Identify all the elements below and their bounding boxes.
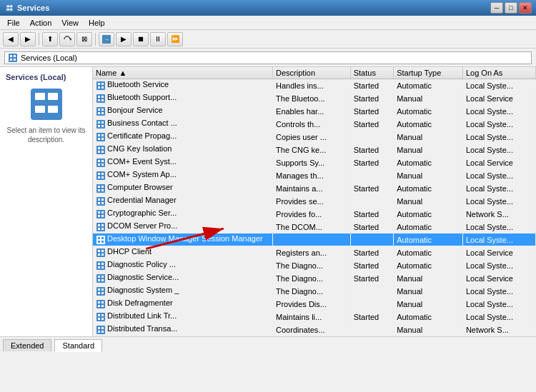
table-row[interactable]: Bluetooth ServiceHandles ins...StartedAu… bbox=[93, 79, 536, 92]
address-bar: Services (Local) bbox=[0, 49, 536, 67]
service-name: Diagnostic Service... bbox=[93, 272, 273, 285]
table-row[interactable]: Diagnostic System _The Diagno...ManualLo… bbox=[93, 285, 536, 298]
table-row[interactable]: Diagnostic Service...The Diagno...Starte… bbox=[93, 272, 536, 285]
tab-standard[interactable]: Standard bbox=[54, 339, 102, 352]
minimize-button[interactable]: ─ bbox=[490, 2, 503, 14]
back-button[interactable]: ◀ bbox=[3, 32, 19, 46]
table-row[interactable]: Diagnostic Policy ...The Diagno...Starte… bbox=[93, 259, 536, 272]
svg-rect-9 bbox=[10, 55, 12, 57]
service-logon: Local Syste... bbox=[462, 131, 535, 144]
refresh-button[interactable] bbox=[59, 32, 75, 46]
close-button[interactable]: ✕ bbox=[519, 2, 532, 14]
menu-file[interactable]: File bbox=[3, 18, 24, 28]
app-icon bbox=[4, 3, 14, 13]
svg-rect-92 bbox=[101, 266, 104, 268]
table-row[interactable]: Certificate Propag...Copies user ...Manu… bbox=[93, 131, 536, 144]
svg-rect-114 bbox=[98, 327, 100, 329]
restart-button[interactable]: ⏩ bbox=[167, 32, 183, 46]
service-icon bbox=[96, 119, 106, 129]
table-header: Name ▲ Description Status Startup Type L… bbox=[93, 67, 536, 79]
service-description: Enables har... bbox=[273, 105, 351, 118]
svg-rect-43 bbox=[96, 146, 105, 154]
svg-rect-18 bbox=[96, 81, 105, 90]
separator-1 bbox=[39, 33, 39, 46]
svg-rect-38 bbox=[96, 133, 105, 141]
maximize-button[interactable]: □ bbox=[505, 2, 517, 14]
svg-rect-81 bbox=[98, 241, 100, 243]
stop2-button[interactable]: ⏹ bbox=[133, 32, 149, 46]
svg-rect-90 bbox=[101, 263, 104, 265]
table-row[interactable]: Desktop Window Manager Session ManagerAu… bbox=[93, 233, 536, 246]
svg-rect-68 bbox=[96, 210, 105, 218]
table-row[interactable]: Distributed Link Tr...Maintains li...Sta… bbox=[93, 311, 536, 323]
svg-rect-63 bbox=[96, 197, 105, 206]
service-logon: Local Syste... bbox=[462, 118, 535, 131]
svg-rect-22 bbox=[101, 86, 104, 89]
title-buttons: ─ □ ✕ bbox=[490, 2, 532, 14]
window-title: Services bbox=[17, 4, 49, 12]
service-name: Distributed Link Tr... bbox=[93, 311, 273, 323]
export-button[interactable]: → bbox=[99, 32, 114, 46]
svg-rect-61 bbox=[98, 189, 100, 191]
svg-rect-4 bbox=[10, 9, 13, 11]
pause-button[interactable]: ⏸ bbox=[150, 32, 166, 46]
table-row[interactable]: Bonjour ServiceEnables har...StartedAuto… bbox=[93, 105, 536, 118]
play-button[interactable]: ▶ bbox=[116, 32, 131, 46]
menu-help[interactable]: Help bbox=[84, 18, 109, 28]
menu-action[interactable]: Action bbox=[26, 18, 56, 28]
service-startup: Automatic bbox=[394, 311, 463, 323]
table-row[interactable]: Distributed Transa...Coordinates...Manua… bbox=[93, 323, 536, 336]
table-row[interactable]: Credential ManagerProvides se...ManualLo… bbox=[93, 195, 536, 208]
col-logon[interactable]: Log On As bbox=[462, 67, 535, 79]
svg-rect-39 bbox=[98, 134, 100, 136]
service-icon bbox=[96, 81, 106, 91]
service-logon: Local Service bbox=[462, 246, 535, 259]
table-row[interactable]: CNG Key IsolationThe CNG ke...StartedMan… bbox=[93, 144, 536, 156]
svg-rect-14 bbox=[35, 93, 45, 100]
service-name: Desktop Window Manager Session Manager bbox=[93, 233, 273, 246]
forward-button[interactable]: ▶ bbox=[20, 32, 36, 46]
table-row[interactable]: COM+ Event Syst...Supports Sy...StartedA… bbox=[93, 156, 536, 169]
service-name: Bluetooth Service bbox=[93, 79, 273, 92]
svg-rect-15 bbox=[48, 93, 58, 100]
tab-extended[interactable]: Extended bbox=[3, 339, 51, 351]
col-description[interactable]: Description bbox=[273, 67, 351, 79]
service-logon: Local Syste... bbox=[462, 144, 535, 156]
svg-rect-66 bbox=[98, 202, 100, 204]
service-description: The CNG ke... bbox=[273, 144, 351, 156]
table-row[interactable]: COM+ System Ap...Manages th...ManualLoca… bbox=[93, 169, 536, 182]
left-panel-description: Select an item to view its description. bbox=[6, 126, 86, 144]
svg-rect-12 bbox=[14, 59, 16, 61]
service-icon bbox=[96, 312, 106, 322]
svg-rect-91 bbox=[98, 266, 100, 268]
table-row[interactable]: DHCP ClientRegisters an...StartedAutomat… bbox=[93, 246, 536, 259]
table-row[interactable]: DCOM Server Pro...The DCOM...StartedAuto… bbox=[93, 221, 536, 233]
service-description: Supports Sy... bbox=[273, 156, 351, 169]
up-button[interactable]: ⬆ bbox=[42, 32, 58, 46]
table-row[interactable]: Business Contact ...Controls th...Starte… bbox=[93, 118, 536, 131]
service-startup: Manual bbox=[394, 144, 463, 156]
table-row[interactable]: Computer BrowserMaintains a...StartedAut… bbox=[93, 182, 536, 195]
svg-rect-117 bbox=[101, 331, 104, 333]
service-icon bbox=[96, 325, 106, 335]
svg-rect-31 bbox=[98, 112, 100, 114]
svg-rect-58 bbox=[96, 184, 105, 193]
address-text: Services (Local) bbox=[21, 54, 77, 62]
col-startup[interactable]: Startup Type bbox=[394, 67, 463, 79]
menu-view[interactable]: View bbox=[57, 18, 83, 28]
services-table[interactable]: Name ▲ Description Status Startup Type L… bbox=[93, 67, 536, 336]
service-startup: Manual bbox=[394, 272, 463, 285]
table-row[interactable]: Bluetooth Support...The Bluetoo...Starte… bbox=[93, 92, 536, 105]
svg-rect-77 bbox=[101, 228, 104, 230]
table-row[interactable]: Disk DefragmenterProvides Dis...ManualLo… bbox=[93, 298, 536, 311]
svg-rect-106 bbox=[98, 305, 100, 307]
svg-rect-53 bbox=[96, 171, 105, 180]
stop-button[interactable]: ⊠ bbox=[76, 32, 92, 46]
svg-rect-50 bbox=[101, 160, 104, 162]
col-status[interactable]: Status bbox=[350, 67, 393, 79]
col-name[interactable]: Name ▲ bbox=[93, 67, 273, 79]
svg-rect-73 bbox=[96, 223, 105, 231]
table-row[interactable]: Cryptographic Ser...Provides fo...Starte… bbox=[93, 208, 536, 221]
service-startup: Manual bbox=[394, 169, 463, 182]
svg-rect-74 bbox=[98, 224, 100, 226]
